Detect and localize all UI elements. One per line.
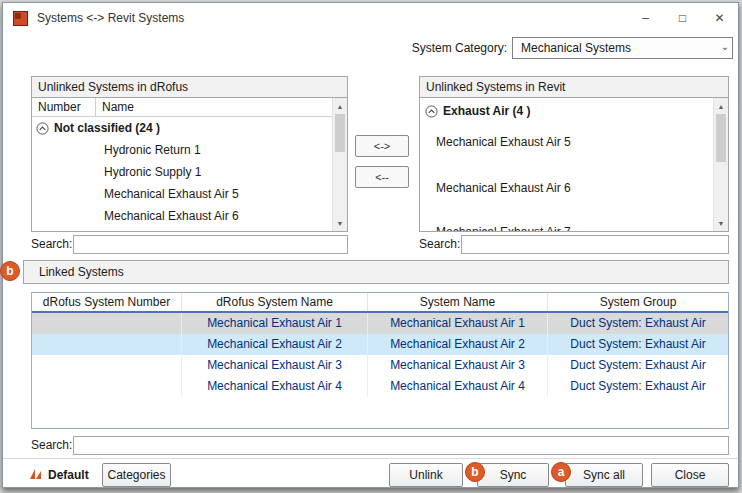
drofus-panel-header: Unlinked Systems in dRofus: [31, 76, 348, 98]
list-item[interactable]: Hydronic Return 1: [32, 139, 332, 161]
column-header-drofus-number[interactable]: dRofus System Number: [32, 293, 182, 311]
drofus-unlinked-table: Number Name Not classified (24 ) Hydroni…: [31, 98, 348, 232]
revit-search-label: Search:: [419, 235, 460, 254]
column-header-name[interactable]: Name: [96, 98, 332, 116]
chevron-down-icon[interactable]: ⌄: [717, 37, 733, 59]
revit-scrollbar[interactable]: ▲ ▼: [713, 98, 728, 231]
drofus-logo-icon: [13, 11, 28, 26]
system-category-label: System Category:: [333, 37, 507, 59]
link-button[interactable]: <->: [355, 135, 409, 157]
column-header-system-name[interactable]: System Name: [368, 293, 548, 311]
annotation-badge-b-footer: b: [465, 462, 485, 482]
list-item[interactable]: Mechanical Exhaust Air 5: [32, 183, 332, 205]
drofus-group-row[interactable]: Not classified (24 ): [32, 117, 332, 139]
list-item[interactable]: Mechanical Exhaust Air 5: [436, 133, 571, 151]
window-title: Systems <-> Revit Systems: [37, 11, 184, 25]
scrollbar-thumb[interactable]: [335, 114, 345, 152]
cell-drofus-name: Mechanical Exhaust Air 1: [182, 313, 368, 334]
list-item[interactable]: Mechanical Exhaust Air 6: [436, 179, 571, 197]
linked-systems-table: dRofus System Number dRofus System Name …: [31, 292, 729, 429]
cell-drofus-name: Mechanical Exhaust Air 4: [182, 376, 368, 397]
minimize-button[interactable]: –: [627, 3, 664, 33]
titlebar: Systems <-> Revit Systems – □ ✕: [3, 3, 738, 33]
categories-button[interactable]: Categories: [102, 463, 171, 487]
window-controls: – □ ✕: [627, 3, 738, 33]
column-header-number[interactable]: Number: [32, 98, 96, 116]
sync-button[interactable]: Sync: [477, 463, 549, 487]
revit-group-row[interactable]: Exhaust Air (4 ): [425, 102, 531, 120]
table-row[interactable]: Mechanical Exhaust Air 2 Mechanical Exha…: [32, 334, 728, 355]
cell-drofus-name: Mechanical Exhaust Air 3: [182, 355, 368, 376]
cell-system-group: Duct System: Exhaust Air: [548, 355, 728, 376]
linked-table-header: dRofus System Number dRofus System Name …: [32, 293, 728, 313]
cell-number: [32, 376, 182, 397]
linked-systems-header: Linked Systems: [23, 260, 729, 284]
cell-system-group: Duct System: Exhaust Air: [548, 313, 728, 334]
footer-divider: [3, 458, 738, 459]
annotation-badge-b: b: [0, 261, 20, 281]
cell-system-name: Mechanical Exhaust Air 4: [368, 376, 548, 397]
default-label: Default: [48, 468, 89, 482]
drofus-group-label: Not classified (24 ): [54, 117, 160, 139]
sync-all-button[interactable]: Sync all: [565, 463, 643, 487]
revit-group-label: Exhaust Air (4 ): [443, 104, 531, 118]
unlink-arrow-button[interactable]: <--: [355, 166, 409, 188]
default-database-selector[interactable]: Default: [29, 462, 89, 488]
linked-search-label: Search:: [31, 436, 72, 455]
collapse-group-icon[interactable]: [425, 105, 438, 118]
cell-number: [32, 313, 182, 334]
collapse-group-icon[interactable]: [36, 122, 49, 135]
systems-dialog: Systems <-> Revit Systems – □ ✕ System C…: [2, 2, 739, 488]
cell-number: [32, 334, 182, 355]
scrollbar-up-icon[interactable]: ▲: [333, 99, 347, 113]
table-row[interactable]: Mechanical Exhaust Air 1 Mechanical Exha…: [32, 313, 728, 334]
cell-system-group: Duct System: Exhaust Air: [548, 334, 728, 355]
cell-number: [32, 355, 182, 376]
revit-panel-header: Unlinked Systems in Revit: [419, 76, 729, 98]
drofus-search-label: Search:: [31, 235, 72, 254]
cell-system-name: Mechanical Exhaust Air 1: [368, 313, 548, 334]
annotation-badge-a: a: [551, 462, 571, 482]
drofus-table-header: Number Name: [32, 98, 332, 117]
table-row[interactable]: Mechanical Exhaust Air 4 Mechanical Exha…: [32, 376, 728, 397]
list-item[interactable]: Mechanical Exhaust Air 6: [32, 205, 332, 227]
column-header-drofus-name[interactable]: dRofus System Name: [182, 293, 368, 311]
table-row[interactable]: Mechanical Exhaust Air 3 Mechanical Exha…: [32, 355, 728, 376]
maximize-button[interactable]: □: [664, 3, 701, 33]
list-item[interactable]: Mechanical Exhaust Air 7: [436, 223, 571, 232]
scrollbar-up-icon[interactable]: ▲: [714, 99, 728, 113]
revit-search-input[interactable]: [461, 235, 729, 254]
scrollbar-down-icon[interactable]: ▼: [714, 216, 728, 230]
column-header-system-group[interactable]: System Group: [548, 293, 728, 311]
scrollbar-down-icon[interactable]: ▼: [333, 216, 347, 230]
unlink-button[interactable]: Unlink: [389, 463, 463, 487]
scrollbar-thumb[interactable]: [716, 114, 726, 162]
list-item[interactable]: Hydronic Supply 1: [32, 161, 332, 183]
cell-system-group: Duct System: Exhaust Air: [548, 376, 728, 397]
drofus-scrollbar[interactable]: ▲ ▼: [332, 98, 347, 231]
close-icon[interactable]: ✕: [701, 3, 738, 33]
drofus-search-input[interactable]: [73, 235, 348, 254]
drofus-default-icon: [29, 467, 42, 483]
linked-search-input[interactable]: [73, 436, 729, 455]
system-category-dropdown[interactable]: Mechanical Systems: [512, 37, 733, 59]
revit-unlinked-list: Exhaust Air (4 ) Mechanical Exhaust Air …: [419, 98, 729, 232]
cell-system-name: Mechanical Exhaust Air 3: [368, 355, 548, 376]
cell-system-name: Mechanical Exhaust Air 2: [368, 334, 548, 355]
cell-drofus-name: Mechanical Exhaust Air 2: [182, 334, 368, 355]
close-button[interactable]: Close: [651, 463, 729, 487]
